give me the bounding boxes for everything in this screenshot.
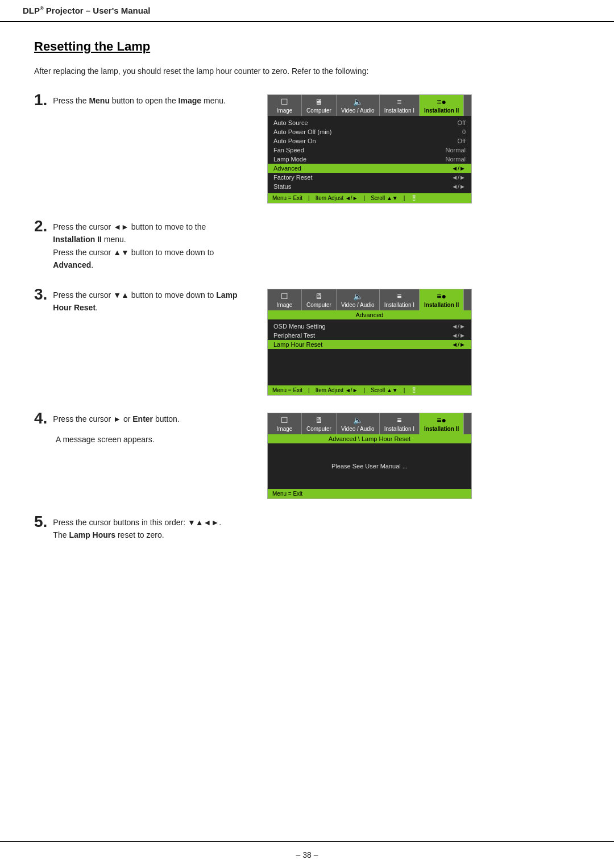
menu-footer-3-exit: Menu = Exit (272, 491, 302, 497)
menu-footer-scroll: Scroll ▲▼ (371, 195, 398, 201)
menu-footer-2-sep1: | (308, 387, 310, 393)
step-5-row: 5. Press the cursor buttons in this orde… (34, 516, 580, 542)
step-5-left: 5. Press the cursor buttons in this orde… (34, 516, 250, 542)
menu-tab-2-computer: 🖥 Computer (302, 289, 337, 310)
step-2-left: 2. Press the cursor ◄► button to move to… (34, 221, 250, 272)
step-2-text: Press the cursor ◄► button to move to th… (53, 221, 250, 272)
menu-row-fan-speed: Fan Speed Normal (268, 146, 471, 155)
menu-box-2: ☐ Image 🖥 Computer 🔈 Video / Audio ≡ (267, 289, 472, 396)
menu-row-osd: OSD Menu Setting ◄/► (268, 322, 471, 331)
menu-body-1: Auto Source Off Auto Power Off (min) 0 A… (268, 116, 471, 193)
menu-tab-video-audio: 🔈 Video / Audio (337, 95, 380, 116)
menu-footer-exit: Menu = Exit (272, 195, 302, 201)
menu-tab-2-installation-i: ≡ Installation I (380, 289, 420, 310)
step-2-row: 2. Press the cursor ◄► button to move to… (34, 221, 580, 272)
step-4-subtext: A message screen appears. (56, 435, 250, 444)
page-content: Resetting the Lamp After replacing the l… (0, 22, 614, 575)
menu-footer-icon: 🔋 (410, 195, 417, 201)
step-1-number: 1. (34, 92, 47, 108)
menu-tab-2-image: ☐ Image (268, 289, 302, 310)
menu-row-status: Status ◄/► (268, 182, 471, 191)
menu-tab-installation-ii: ≡● Installation II (420, 95, 464, 116)
step-1-left: 1. Press the Menu button to open the Ima… (34, 94, 250, 108)
step-4-number: 4. (34, 410, 47, 426)
menu-tab-3-installation-i: ≡ Installation I (380, 413, 420, 434)
menu-subtitle-advanced: Advanced (268, 310, 471, 319)
step-4-left: 4. Press the cursor ► or Enter button. A… (34, 413, 250, 444)
menu-tabs-2: ☐ Image 🖥 Computer 🔈 Video / Audio ≡ (268, 289, 471, 310)
menu-footer-1: Menu = Exit | Item Adjust ◄/► | Scroll ▲… (268, 193, 471, 203)
menu-tab-2-installation-ii: ≡● Installation II (420, 289, 464, 310)
menu-message-text: Please See User Manual ... (331, 463, 408, 470)
menu-row-lamp-hour-reset: Lamp Hour Reset ◄/► (268, 340, 471, 349)
step-1-row: 1. Press the Menu button to open the Ima… (34, 94, 580, 203)
menu-footer-2-sep3: | (404, 387, 405, 393)
step-4-row: 4. Press the cursor ► or Enter button. A… (34, 413, 580, 499)
step-4-text: Press the cursor ► or Enter button. (53, 413, 179, 425)
menu-box-1: ☐ Image 🖥 Computer 🔈 Video / Audio ≡ (267, 94, 472, 203)
step-1-text: Press the Menu button to open the Image … (53, 94, 226, 107)
menu-tab-image: ☐ Image (268, 95, 302, 116)
header-title: DLP® Projector – User's Manual (23, 6, 150, 15)
menu-row-factory-reset: Factory Reset ◄/► (268, 173, 471, 182)
menu-box-3: ☐ Image 🖥 Computer 🔈 Video / Audio ≡ (267, 413, 472, 499)
menu-footer-sep3: | (404, 195, 405, 201)
step-3-number: 3. (34, 286, 47, 302)
page-number: – 38 – (296, 850, 318, 859)
menu-footer-sep2: | (364, 195, 366, 201)
step-5-text: Press the cursor buttons in this order: … (53, 516, 221, 542)
menu-footer-2-sep2: | (364, 387, 366, 393)
menu-footer-2-icon: 🔋 (410, 387, 417, 393)
step-5-number: 5. (34, 514, 47, 530)
menu-row-lamp-mode: Lamp Mode Normal (268, 155, 471, 164)
step-2-number: 2. (34, 218, 47, 234)
section-title: Resetting the Lamp (34, 39, 580, 54)
menu-tab-3-video-audio: 🔈 Video / Audio (337, 413, 380, 434)
step-3-text: Press the cursor ▼▲ button to move down … (53, 289, 250, 314)
menu-tab-3-installation-ii: ≡● Installation II (420, 413, 464, 434)
menu-tab-installation-i: ≡ Installation I (380, 95, 420, 116)
menu-body-2: OSD Menu Setting ◄/► Peripheral Test ◄/►… (268, 319, 471, 385)
menu-tabs-1: ☐ Image 🖥 Computer 🔈 Video / Audio ≡ (268, 95, 471, 116)
menu-footer-2-adjust: Item Adjust ◄/► (316, 387, 358, 393)
header: DLP® Projector – User's Manual (0, 0, 614, 22)
menu-row-advanced: Advanced ◄/► (268, 164, 471, 173)
menu-tab-3-computer: 🖥 Computer (302, 413, 337, 434)
menu-tab-3-image: ☐ Image (268, 413, 302, 434)
menu-row-auto-power-off: Auto Power Off (min) 0 (268, 127, 471, 136)
menu-footer-sep1: | (308, 195, 310, 201)
intro-text: After replacing the lamp, you should res… (34, 65, 580, 77)
menu-row-auto-source: Auto Source Off (268, 118, 471, 127)
step-4-menu: ☐ Image 🖥 Computer 🔈 Video / Audio ≡ (267, 413, 580, 499)
menu-footer-2: Menu = Exit | Item Adjust ◄/► | Scroll ▲… (268, 385, 471, 395)
menu-subtitle-lamp-reset: Advanced \ Lamp Hour Reset (268, 434, 471, 443)
menu-tab-computer: 🖥 Computer (302, 95, 337, 116)
step-3-left: 3. Press the cursor ▼▲ button to move do… (34, 289, 250, 314)
menu-footer-2-scroll: Scroll ▲▼ (371, 387, 398, 393)
steps-area: 1. Press the Menu button to open the Ima… (34, 94, 580, 541)
menu-tab-2-video-audio: 🔈 Video / Audio (337, 289, 380, 310)
menu-footer-3: Menu = Exit (268, 489, 471, 499)
step-3-row: 3. Press the cursor ▼▲ button to move do… (34, 289, 580, 396)
step-1-menu: ☐ Image 🖥 Computer 🔈 Video / Audio ≡ (267, 94, 580, 203)
menu-message-area: Please See User Manual ... (268, 443, 471, 489)
menu-row-auto-power-on: Auto Power On Off (268, 136, 471, 146)
step-3-menu: ☐ Image 🖥 Computer 🔈 Video / Audio ≡ (267, 289, 580, 396)
menu-footer-2-exit: Menu = Exit (272, 387, 302, 393)
menu-row-peripheral: Peripheral Test ◄/► (268, 331, 471, 340)
page-footer: – 38 – (0, 841, 614, 868)
menu-tabs-3: ☐ Image 🖥 Computer 🔈 Video / Audio ≡ (268, 413, 471, 434)
menu-footer-adjust: Item Adjust ◄/► (316, 195, 358, 201)
